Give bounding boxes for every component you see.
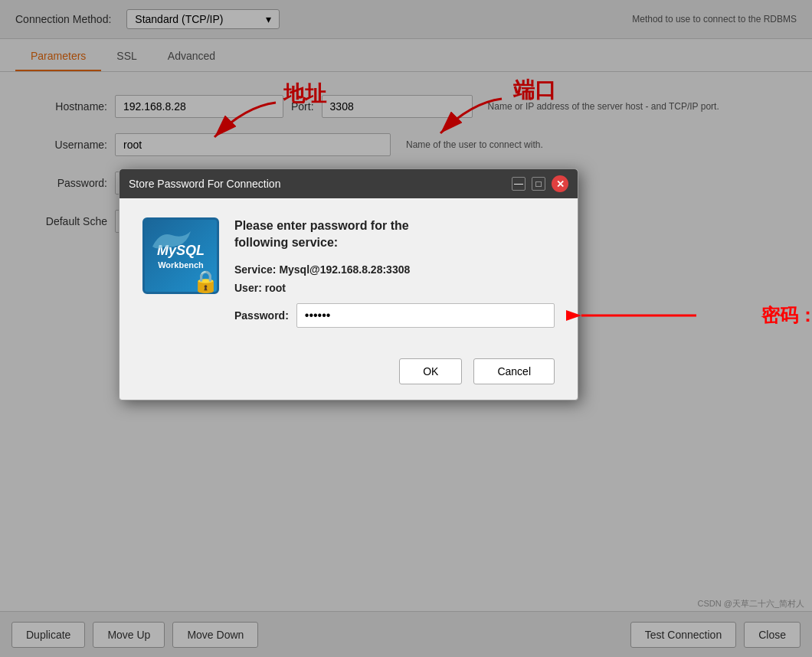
modal-minimize-button[interactable]: — (512, 177, 526, 191)
modal-title: Store Password For Connection (129, 178, 280, 190)
modal-maximize-button[interactable]: □ (532, 177, 545, 191)
annotation-mima: 密码： 123456 (761, 303, 812, 328)
modal-cancel-button[interactable]: Cancel (473, 358, 555, 384)
modal-titlebar: Store Password For Connection — □ ✕ (120, 169, 578, 198)
lock-icon: 🔒 (192, 269, 219, 294)
modal-content: Please enter password for thefollowing s… (234, 217, 555, 343)
modal-password-label: Password: (234, 309, 289, 322)
service-row: Service: Mysql@192.168.8.28:3308 (234, 263, 555, 276)
modal-password-row: Password: 密码： 123456 (234, 303, 555, 328)
modal-body: MySQL Workbench 🔒 Please enter password … (120, 198, 578, 358)
store-password-modal: Store Password For Connection — □ ✕ MySQ… (119, 168, 578, 400)
mysql-workbench-icon: MySQL Workbench 🔒 (142, 217, 219, 294)
modal-password-input[interactable] (296, 303, 555, 328)
arrow-to-password (566, 300, 704, 331)
modal-heading: Please enter password for thefollowing s… (234, 217, 555, 252)
modal-controls: — □ ✕ (512, 175, 568, 192)
user-row: User: root (234, 282, 555, 294)
modal-ok-button[interactable]: OK (399, 358, 462, 384)
modal-buttons: OK Cancel (120, 358, 578, 400)
modal-close-button[interactable]: ✕ (552, 175, 568, 192)
main-window: Connection Method: Standard (TCP/IP) ▾ M… (0, 0, 812, 657)
